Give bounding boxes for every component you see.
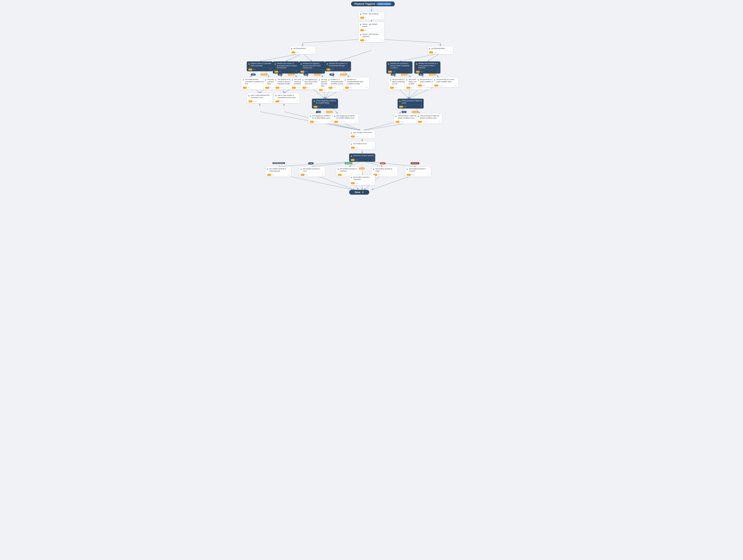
info-icon[interactable]: ⓘ [372,159,374,161]
node-set-incident-score[interactable]: ▶ Set Incident Score ⚡ #51 ⓘ [349,141,375,150]
condition-determine-severity[interactable]: ◆ Determine Incident Severity ⚡ #c9 ⓘ [349,153,375,162]
node-id: #46 [365,40,381,41]
info-icon[interactable]: ⓘ [355,121,357,123]
info-icon[interactable]: ⓘ [322,71,323,73]
edge-c6-no: FALSE [429,74,436,76]
node-sev-critical[interactable]: ▶ Set incident severity to "Critical" ⚡ … [405,167,431,177]
action-icon: ▶ [434,79,436,81]
node-id: #n11 [253,100,269,102]
info-icon[interactable]: ⓘ [288,174,290,176]
node-footer: ⚡ #s1 ⓘ [266,173,291,177]
node-sum-score[interactable]: ▶ Sum Incident Total Score ⚡ #50 ⓘ [349,130,375,138]
node-footer: ⚡ #n14 ⓘ [308,120,334,124]
info-icon[interactable]: ⓘ [372,182,374,184]
info-icon[interactable]: ⓘ [335,105,337,108]
node-badge: ⚡ [265,87,269,89]
node-header: ▶ Set incident severity to "High" [372,167,397,173]
diamond-icon: ◆ [313,100,315,102]
condition-rdp[interactable]: ◆ Whether there is a potential RDP conne… [247,61,273,71]
node-header: ◆ Whether the number of associated event… [273,61,299,70]
node-crown-false[interactable]: ▶ Set proximity to a crown jewel conditi… [433,77,458,88]
done-node[interactable]: Done ⚙ [349,190,369,195]
info-icon[interactable]: ⓘ [455,84,457,87]
info-icon[interactable]: ⓘ [372,135,374,138]
node-set-illusive-event[interactable]: ▶ set IllusiveEvent ⚡ #44 ⓘ [290,46,316,54]
action-icon: ▶ [302,79,304,81]
node-header: ▶ Skip proximity to high-risk assets con… [417,114,442,120]
info-icon[interactable]: ⓘ [269,100,271,102]
condition-check-highrisk[interactable]: ◆ Check proximity to high-risk assets ⚡ … [398,99,424,108]
info-icon[interactable]: ⓘ [348,68,350,71]
info-icon[interactable]: ⓘ [312,51,314,54]
edge-c1-no: FALSE [261,74,267,76]
info-icon[interactable]: ⓘ [428,174,429,176]
node-footer: ⚡ #n1 ⓘ [241,86,267,90]
edge-highrisk-no: FALSE [412,111,419,113]
node-rdp-true[interactable]: ▶ Set potential RDP connection condition… [241,77,267,90]
node-events-score[interactable]: ▶ Add or skip number of associated event… [274,93,300,103]
node-set-illusive-incident[interactable]: ▶ set IllusiveIncident ⚡ #44 ⓘ [427,46,453,54]
action-icon: ▶ [351,143,352,145]
settings-icon[interactable]: ⚙ [362,191,364,194]
node-sev-unknown[interactable]: ▶ Set incident severity to "Unknown" ⚡ #… [349,175,375,185]
node-header: ▶ Set potential RDP connection condition… [241,78,267,86]
condition-crown-jewel[interactable]: ◆ Whether the proximity to a crown jewel… [414,61,440,74]
trigger-badge[interactable]: Inputs / Outputs [377,3,391,5]
node-highrisk-add[interactable]: ▶ Add proximity to high-risk assets cond… [394,113,420,124]
node-id: #n14 [315,121,330,123]
info-icon[interactable]: ⓘ [421,105,422,108]
info-icon[interactable]: ⓘ [372,146,374,149]
node-footer: ⚡ #c3 ⓘ [299,70,325,74]
info-icon[interactable]: ⓘ [297,100,298,102]
action-icon: ▶ [418,115,419,117]
node-header: ▶ Set incident severity to "Low" [299,167,325,173]
node-rdp-score[interactable]: ▶ Add or skip potential RDP connection s… [247,93,273,103]
node-sev-low[interactable]: ▶ Set incident severity to "Low" ⚡ #s2 ⓘ [299,167,325,177]
info-icon[interactable]: ⓘ [366,87,367,89]
node-badge: ⚡ [300,71,304,73]
node-id: #44 [365,17,381,18]
action-icon: ▶ [406,79,408,81]
info-icon[interactable]: ⓘ [381,29,383,32]
node-badge: ⚡ [301,174,305,176]
action-icon: ▶ [243,79,244,81]
edge-c5-no: FALSE [401,74,408,76]
info-icon[interactable]: ⓘ [321,174,323,176]
node-highrisk-skip[interactable]: ▶ Skip proximity to high-risk assets con… [416,113,442,124]
node-rans-false[interactable]: ▶ Incident is a RANSOMWARE type conditio… [343,77,369,90]
node-sev-high[interactable]: ▶ Set incident severity to "High" ⚡ #s4 … [372,167,398,177]
node-sev-informational[interactable]: ▶ Set incident severity to "Informationa… [265,167,292,177]
node-title: Illusive - get incidents [362,13,383,15]
node-illusive-get-forensics[interactable]: ▶ Illusive - get forensics analyzers ⚡ #… [358,32,385,42]
condition-process-malicious[interactable]: ◆ Whether the triggering process has bee… [299,61,325,74]
info-icon[interactable]: ⓘ [394,174,396,176]
condition-ransomware[interactable]: ◆ Weather the Incident is a RANSOMWARE t… [325,61,351,71]
node-footer: ⚡ #45 ⓘ [359,28,384,32]
node-header: ▶ Set incident severity to "Unknown" [349,175,375,181]
info-icon[interactable]: ⓘ [381,16,383,19]
svg-line-11 [338,50,372,61]
node-id: #n15 [339,121,354,123]
info-icon[interactable]: ⓘ [381,39,383,42]
node-fidelity-skip[interactable]: ▶ Skip triggering conditions for inciden… [333,113,358,124]
node-id: #c8 [404,106,420,107]
info-icon[interactable]: ⓘ [409,71,411,73]
info-icon[interactable]: ⓘ [270,68,271,71]
info-icon[interactable]: ⓘ [296,71,297,73]
trigger-node[interactable]: Playbook Triggered Inputs / Outputs [351,1,395,6]
node-illusive-get-events[interactable]: ▶ Illusive - get incident events ⚡ #45 ⓘ [358,22,385,32]
node-fidelity-add[interactable]: ▶ Add triggering conditions for incident… [308,113,334,124]
condition-events-threshold[interactable]: ◆ Whether the number of associated event… [273,61,299,74]
edge-c2-no: FALSE [288,74,294,76]
condition-domain-admin[interactable]: ◆ Whether the proximity to domain admin … [386,61,412,74]
node-footer: ⚡ #c6 ⓘ [414,70,440,74]
info-icon[interactable]: ⓘ [437,71,439,73]
diamond-icon: ◆ [300,62,302,65]
node-illusive-get-incidents[interactable]: ▶ Illusive - get incidents ⚡ #44 ⓘ [358,11,385,20]
info-icon[interactable]: ⓘ [450,51,452,54]
action-icon: ▶ [396,115,397,117]
node-footer: ⚡ #44 ⓘ [428,50,453,54]
condition-check-fidelity[interactable]: ◆ Check triggering conditions for incide… [312,99,338,108]
node-footer: ⚡ #n16 ⓘ [394,120,420,124]
info-icon[interactable]: ⓘ [439,121,441,123]
